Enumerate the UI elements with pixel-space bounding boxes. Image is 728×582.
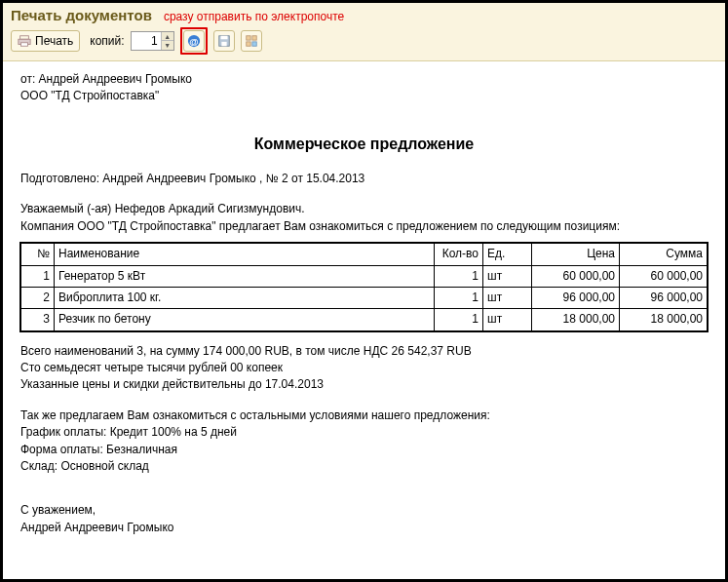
regards: С уважением, bbox=[20, 502, 708, 519]
items-table: № Наименование Кол-во Ед. Цена Сумма 1 Г… bbox=[20, 243, 708, 331]
document-title: Коммерческое предложение bbox=[20, 133, 708, 155]
copies-input[interactable] bbox=[132, 33, 161, 49]
table-row: 3 Резчик по бетону 1 шт 18 000,00 18 000… bbox=[21, 309, 708, 330]
valid-until: Указанные цены и скидки действительны до… bbox=[20, 376, 708, 393]
pay-schedule: График оплаты: Кредит 100% на 5 дней bbox=[20, 424, 708, 441]
document-body: от: Андрей Андреевич Громыко ООО "ТД Стр… bbox=[3, 61, 725, 546]
pay-form: Форма оплаты: Безналичная bbox=[20, 442, 708, 458]
col-unit: Ед. bbox=[483, 244, 532, 265]
dear-line: Уважаемый (-ая) Нефедов Аркадий Сигизмун… bbox=[20, 201, 708, 217]
signature: Андрей Андреевич Громыко bbox=[20, 520, 708, 536]
floppy-icon bbox=[217, 34, 231, 48]
settings-button[interactable] bbox=[241, 30, 262, 52]
table-header-row: № Наименование Кол-во Ед. Цена Сумма bbox=[21, 244, 708, 265]
print-button[interactable]: Печать bbox=[11, 30, 80, 52]
warehouse: Склад: Основной склад bbox=[20, 458, 708, 475]
table-row: 1 Генератор 5 кВт 1 шт 60 000,00 60 000,… bbox=[21, 265, 708, 287]
col-num: № bbox=[21, 244, 55, 265]
toolbar: Печать копий: ▲ ▼ @ bbox=[11, 27, 717, 55]
svg-rect-2 bbox=[21, 43, 28, 47]
col-price: Цена bbox=[532, 244, 620, 265]
svg-rect-6 bbox=[220, 36, 227, 40]
from-line: от: Андрей Андреевич Громыко bbox=[20, 71, 708, 88]
email-button-highlight: @ bbox=[180, 27, 208, 55]
window-title: Печать документов bbox=[11, 7, 152, 23]
print-window: Печать документов сразу отправить по эле… bbox=[0, 0, 728, 582]
org-line: ООО "ТД Стройпоставка" bbox=[20, 88, 708, 104]
col-sum: Сумма bbox=[620, 244, 708, 265]
settings-icon bbox=[245, 34, 258, 48]
copies-label: копий: bbox=[90, 34, 124, 48]
copies-spinner[interactable]: ▲ ▼ bbox=[131, 31, 174, 51]
spinner-down[interactable]: ▼ bbox=[162, 41, 173, 50]
col-qty: Кол-во bbox=[435, 244, 483, 265]
svg-rect-10 bbox=[246, 42, 249, 46]
svg-rect-8 bbox=[246, 36, 249, 40]
svg-rect-7 bbox=[221, 42, 226, 46]
svg-text:@: @ bbox=[189, 36, 198, 47]
prepared-line: Подготовлено: Андрей Андреевич Громыко ,… bbox=[20, 171, 708, 187]
table-row: 2 Виброплита 100 кг. 1 шт 96 000,00 96 0… bbox=[21, 287, 708, 308]
total-line: Всего наименований 3, на сумму 174 000,0… bbox=[20, 343, 708, 360]
spinner-up[interactable]: ▲ bbox=[162, 32, 173, 41]
col-name: Наименование bbox=[55, 244, 435, 265]
print-button-label: Печать bbox=[35, 34, 73, 48]
save-button[interactable] bbox=[213, 30, 235, 52]
annotation-text: сразу отправить по электропочте bbox=[164, 10, 344, 23]
email-icon: @ bbox=[187, 34, 201, 48]
printer-icon bbox=[18, 34, 31, 48]
email-button[interactable]: @ bbox=[183, 30, 205, 52]
total-words: Сто семьдесят четыре тысячи рублей 00 ко… bbox=[20, 360, 708, 376]
window-header: Печать документов сразу отправить по эле… bbox=[3, 3, 725, 61]
svg-rect-11 bbox=[251, 42, 255, 46]
extra-intro: Так же предлагаем Вам ознакомиться с ост… bbox=[20, 407, 708, 424]
svg-rect-9 bbox=[251, 36, 255, 40]
intro-line: Компания ООО "ТД Стройпоставка" предлага… bbox=[20, 218, 708, 235]
svg-rect-0 bbox=[20, 36, 29, 40]
